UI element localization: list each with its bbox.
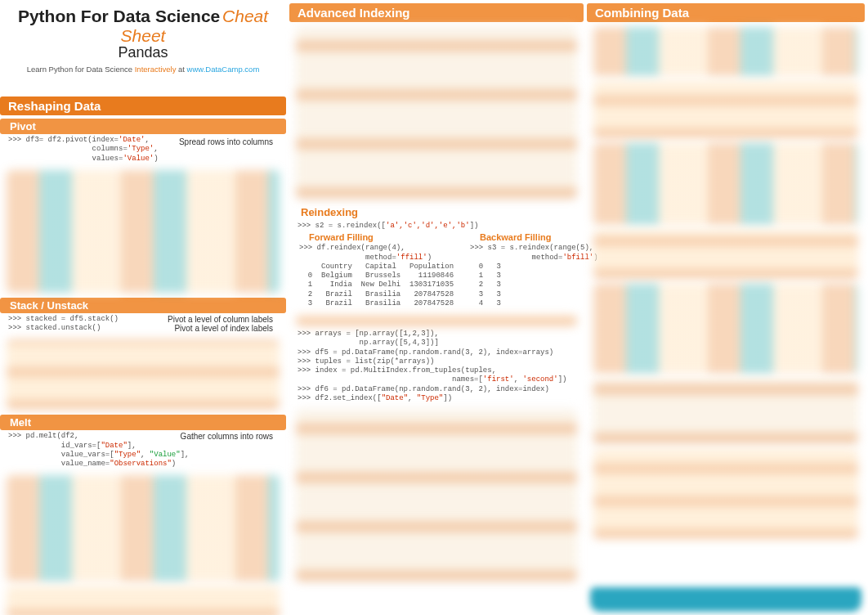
blur-diagram [593,449,858,539]
reindex-code: >>> s2 = s.reindex(['a','c','d','e','b']… [289,220,584,232]
blur-diagram [593,284,858,374]
multiindex-code: >>> arrays = [np.array([1,2,3]), np.arra… [289,328,584,405]
title-subtitle: Pandas [10,44,276,61]
footer-bar [590,587,861,612]
pivot-comment: Spread rows into columns [179,137,273,146]
stack-comment1: Pivot a level of column labels [168,315,273,324]
heading-forward-fill: Forward Filling [298,232,374,242]
blur-code [593,379,858,444]
blur-bar [296,315,577,326]
blur-diagram [7,170,280,293]
section-stack: Stack / Unstack [0,298,286,313]
section-adv-indexing: Advanced Indexing [289,3,584,22]
learn-line: Learn Python for Data Science Interactiv… [10,65,276,74]
blur-code [296,410,577,581]
blur-diagram [7,339,280,410]
title-main: Python For Data Science [18,7,220,25]
blur-diagram [593,230,858,279]
blur-code [296,27,577,199]
section-pivot: Pivot [0,119,286,134]
section-melt: Melt [0,415,286,430]
heading-reindexing: Reindexing [289,204,584,220]
section-combining: Combining Data [587,3,865,22]
blur-diagram [593,81,858,138]
blur-diagram [7,586,280,615]
stack-comment2: Pivot a level of index labels [174,324,273,333]
blur-diagram [593,143,858,225]
section-reshaping: Reshaping Data [0,97,286,115]
melt-comment: Gather columns into rows [181,432,273,441]
blur-diagram [593,27,858,76]
bfill-code: >>> s3 = s.reindex(range(5), method='bfi… [468,242,594,310]
blur-diagram [7,475,280,581]
heading-backward-fill: Backward Filling [468,232,551,242]
ffill-code: >>> df.reindex(range(4), method='ffill')… [298,242,452,310]
